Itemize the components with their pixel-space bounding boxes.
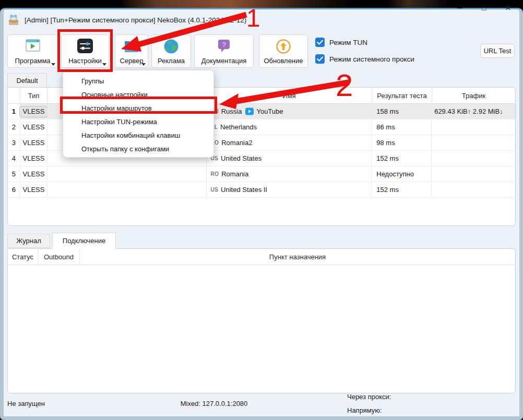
cell-name: NLNetherlands (207, 119, 372, 135)
header-type[interactable]: Тип (20, 88, 47, 103)
program-button[interactable]: Программа (7, 34, 58, 68)
status-direct: Напрямую: (347, 406, 382, 414)
settings-menu: ГруппыОсновные настройкиНастройки маршру… (63, 70, 214, 158)
update-arrow-icon (276, 39, 291, 54)
server-button[interactable]: Сервер (115, 34, 148, 68)
documentation-button[interactable]: ? Документация (194, 34, 254, 68)
connections-table-header: Статус Outbound Пункт назначения (8, 249, 515, 265)
cell-traffic: 629.43 KiB↑ 2.92 MiB↓ (432, 104, 515, 119)
settings-menu-items: ГруппыОсновные настройкиНастройки маршру… (63, 75, 213, 156)
ads-button[interactable]: Реклама (151, 34, 191, 68)
update-button[interactable]: Обновление (259, 34, 308, 68)
desktop-background-strip (0, 0, 523, 8)
cell-test-result: 152 ms (372, 182, 432, 198)
window-controls: ─ □ ✕ (448, 0, 520, 16)
annotation-box-routes-menu-item (60, 97, 217, 114)
cell-address (47, 182, 207, 198)
toolbar-button-label: Обновление (264, 57, 303, 65)
titlebar: [Admin] [Tun+Режим системного прокси] Ne… (7, 11, 516, 28)
cell-test-result: 98 ms (372, 135, 432, 151)
checkbox-checked-icon[interactable] (315, 38, 325, 47)
cell-test-result: 86 ms (372, 119, 432, 135)
maximize-button[interactable]: □ (472, 0, 496, 16)
menu-item[interactable]: Открыть папку с конфигами (63, 142, 213, 156)
cell-traffic (432, 166, 515, 182)
toolbar-button-label: Документация (201, 57, 247, 65)
connections-table: Статус Outbound Пункт назначения (7, 248, 516, 393)
cell-name: RURussiaYouTube (207, 104, 372, 119)
question-bubble-icon: ? (216, 39, 232, 53)
server-name: Romania (221, 170, 248, 178)
cell-type: VLESS (20, 135, 47, 151)
close-button[interactable]: ✕ (496, 0, 520, 16)
server-name: Russia (221, 107, 242, 115)
svg-text:?: ? (222, 41, 225, 49)
status-state: Не запущен (7, 400, 45, 407)
header-traffic[interactable]: Трафик (432, 88, 515, 103)
checkbox-checked-icon[interactable] (315, 54, 325, 64)
cell-test-result: 158 ms (372, 104, 432, 119)
menu-item[interactable]: Группы (63, 75, 213, 88)
row-number: 5 (8, 166, 20, 182)
toolbar-button-label: Программа (15, 57, 50, 65)
system-proxy-checkbox-row[interactable]: Режим системного прокси (315, 54, 414, 64)
globe-icon (163, 39, 179, 54)
row-number: 6 (8, 182, 20, 198)
minimize-button[interactable]: ─ (448, 0, 472, 16)
tun-mode-checkbox-row[interactable]: Режим TUN (315, 38, 367, 47)
server-name: United States (221, 154, 262, 162)
tun-mode-label: Режим TUN (329, 39, 367, 46)
cell-address (47, 166, 207, 182)
chevron-down-icon (51, 63, 55, 66)
server-name: United States II (221, 186, 267, 194)
cell-type: VLESS (20, 182, 47, 198)
cell-type: VLESS (20, 166, 47, 182)
server-name: Romania2 (221, 139, 252, 147)
badge-label: YouTube (256, 107, 283, 115)
status-via-proxy: Через прокси: (347, 393, 391, 401)
header-name[interactable]: Имя (207, 88, 372, 103)
youtube-icon (245, 107, 254, 115)
menu-item[interactable]: Настройки комбинаций клавиш (63, 129, 213, 142)
toolbar-button-label: Реклама (158, 57, 185, 65)
cell-name: USUnited States (207, 151, 372, 166)
row-number: 3 (8, 135, 20, 151)
cell-traffic (432, 182, 515, 198)
nekobox-app-icon (7, 14, 20, 26)
country-code: US (211, 187, 219, 193)
row-number: 2 (8, 119, 20, 135)
tab-log[interactable]: Журнал (7, 234, 50, 248)
app-window-play-icon (24, 39, 42, 53)
cell-traffic (432, 119, 515, 135)
status-listen-address: Mixed: 127.0.0.1:2080 (157, 400, 271, 407)
cell-type: VLESS (20, 151, 47, 166)
cell-test-result: 152 ms (372, 151, 432, 166)
cell-traffic (432, 135, 515, 151)
cell-name: USUnited States II (207, 182, 372, 198)
system-proxy-label: Режим системного прокси (329, 55, 414, 63)
row-number: 1 (8, 104, 20, 119)
server-name: Netherlands (220, 123, 257, 131)
menu-item[interactable]: Настройки TUN-режима (63, 115, 213, 129)
cell-test-result: Недоступно (372, 166, 432, 182)
server-row[interactable]: 6VLESSUSUnited States II152 ms (8, 182, 515, 198)
tab-default-group[interactable]: Default (7, 73, 47, 88)
country-code: RO (211, 171, 219, 177)
header-destination[interactable]: Пункт назначения (80, 249, 515, 265)
header-outbound[interactable]: Outbound (38, 249, 80, 265)
header-status[interactable]: Статус (8, 249, 38, 265)
annotation-box-settings-button (57, 29, 113, 72)
tab-connections[interactable]: Подключение (52, 233, 116, 249)
chevron-down-icon (141, 63, 146, 66)
server-folder-icon (123, 39, 140, 53)
cell-traffic (432, 151, 515, 166)
cell-type: VLESS (20, 104, 47, 119)
row-number: 4 (8, 151, 20, 166)
screenshot-root: [Admin] [Tun+Режим системного прокси] Ne… (0, 0, 523, 420)
cell-type: VLESS (20, 119, 47, 135)
cell-name: RORomania2 (207, 135, 372, 151)
window-title: [Admin] [Tun+Режим системного прокси] Ne… (25, 16, 246, 24)
header-test-result[interactable]: Результат теста (372, 88, 432, 103)
server-row[interactable]: 5VLESSRORomaniaНедоступно (8, 166, 515, 182)
url-test-button[interactable]: URL Test (480, 44, 515, 58)
